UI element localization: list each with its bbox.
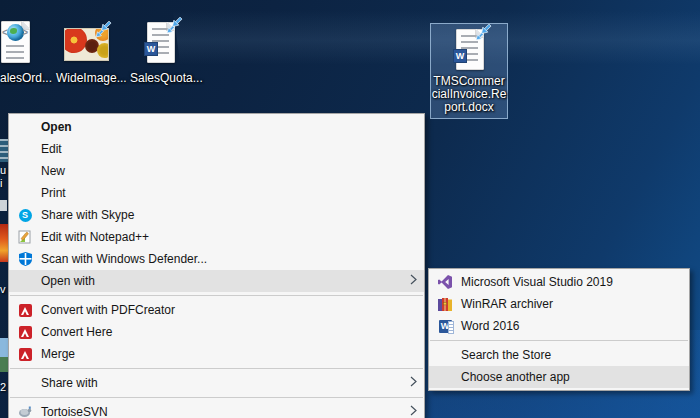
- visual-studio-icon: [438, 275, 452, 289]
- menu-item-label: Word 2016: [461, 319, 519, 333]
- desktop-icon-label: SalesQuota...: [130, 71, 203, 85]
- menu-item-edit[interactable]: Edit: [9, 138, 424, 160]
- hidden-label-fragment: v: [0, 283, 6, 295]
- menu-item-label: Share with: [41, 376, 98, 390]
- skype-letter: S: [19, 209, 32, 222]
- hidden-label-fragment: i: [0, 177, 2, 189]
- context-menu: Open Edit New Print S Share with Skype E…: [8, 113, 425, 418]
- hidden-icon-fragment: [0, 224, 8, 262]
- menu-item-label: Merge: [41, 347, 75, 361]
- menu-item-scan-with-defender[interactable]: Scan with Windows Defender...: [9, 248, 424, 270]
- menu-item-label: TortoiseSVN: [41, 405, 108, 418]
- word-logo-tile: W: [453, 49, 467, 63]
- menu-item-convert-with-pdfcreator[interactable]: Convert with PDFCreator: [9, 299, 424, 321]
- word-letter: W: [439, 320, 452, 333]
- hidden-label-fragment: 2: [0, 381, 6, 393]
- menu-item-label: Share with Skype: [41, 208, 134, 222]
- document-page-icon: < >: [1, 21, 30, 63]
- submenu-item-word-2016[interactable]: W Word 2016: [429, 315, 689, 337]
- notepad-plus-plus-icon: [18, 230, 32, 244]
- flower-red: [64, 28, 87, 53]
- hidden-icon-fragment: [0, 200, 7, 211]
- menu-separator: [430, 340, 688, 341]
- submenu-arrow-icon: [410, 376, 417, 390]
- document-text-lines: [6, 45, 24, 59]
- menu-item-label: Edit with Notepad++: [41, 230, 149, 244]
- menu-item-tortoisesvn[interactable]: TortoiseSVN: [9, 401, 424, 418]
- compressed-overlay-icon: [163, 16, 185, 38]
- windows-defender-icon: [18, 252, 32, 266]
- desktop-icon-label: alesOrd...: [0, 71, 52, 85]
- menu-item-new[interactable]: New: [9, 160, 424, 182]
- menu-item-label: Choose another app: [461, 370, 570, 384]
- menu-item-share-with[interactable]: Share with: [9, 372, 424, 394]
- menu-separator: [10, 368, 423, 369]
- compressed-overlay-icon: [92, 20, 114, 42]
- desktop-icon-label: WideImage...: [56, 71, 127, 85]
- submenu-item-search-the-store[interactable]: Search the Store: [429, 344, 689, 366]
- submenu-item-choose-another-app[interactable]: Choose another app: [429, 366, 689, 388]
- flower-yellow: [97, 43, 109, 58]
- hidden-icon-fragment: [0, 139, 8, 162]
- menu-item-edit-with-notepad[interactable]: Edit with Notepad++: [9, 226, 424, 248]
- menu-item-label: Open with: [41, 274, 95, 288]
- menu-item-convert-here[interactable]: Convert Here: [9, 321, 424, 343]
- submenu-arrow-icon: [410, 405, 417, 418]
- menu-item-open-with[interactable]: Open with: [9, 270, 424, 292]
- word-icon: W: [438, 319, 452, 333]
- submenu-item-winrar-archiver[interactable]: WinRAR archiver: [429, 293, 689, 315]
- open-with-submenu: Microsoft Visual Studio 2019 WinRAR arch…: [428, 268, 690, 391]
- skype-icon: S: [18, 208, 32, 222]
- menu-item-open[interactable]: Open: [9, 116, 424, 138]
- desktop-icon-label: TMSCommer cialInvoice.Re port.docx: [431, 75, 507, 114]
- desktop-icon-tmscommercialinvoice[interactable]: W TMSCommer cialInvoice.Re port.docx: [430, 23, 508, 119]
- menu-item-label: Convert Here: [41, 325, 112, 339]
- menu-separator: [10, 295, 423, 296]
- label-line: port.docx: [431, 101, 507, 114]
- menu-item-merge[interactable]: Merge: [9, 343, 424, 365]
- menu-item-label: Scan with Windows Defender...: [41, 252, 207, 266]
- menu-item-label: Print: [41, 186, 66, 200]
- submenu-arrow-icon: [410, 274, 417, 288]
- submenu-item-visual-studio-2019[interactable]: Microsoft Visual Studio 2019: [429, 271, 689, 293]
- compressed-overlay-icon: [472, 23, 494, 45]
- pdfcreator-icon: [18, 303, 32, 317]
- tortoisesvn-icon: [18, 405, 32, 418]
- winrar-icon: [438, 297, 452, 311]
- menu-item-label: New: [41, 164, 65, 178]
- menu-item-label: Microsoft Visual Studio 2019: [461, 275, 613, 289]
- menu-separator: [10, 397, 423, 398]
- pdfcreator-icon: [18, 325, 32, 339]
- menu-item-label: Edit: [41, 142, 62, 156]
- code-bracket-icon: >: [22, 27, 28, 38]
- pdfcreator-icon: [18, 347, 32, 361]
- menu-item-print[interactable]: Print: [9, 182, 424, 204]
- word-logo-tile: W: [144, 42, 158, 56]
- hidden-icon-fragment: [0, 338, 8, 372]
- menu-item-label: Convert with PDFCreator: [41, 303, 175, 317]
- menu-item-label: Search the Store: [461, 348, 551, 362]
- windows-desktop: { "desktop": { "icons": [ { "label": "al…: [0, 0, 700, 418]
- menu-item-label: Open: [41, 120, 72, 134]
- hidden-label-fragment: u: [0, 164, 6, 176]
- menu-item-share-with-skype[interactable]: S Share with Skype: [9, 204, 424, 226]
- menu-item-label: WinRAR archiver: [461, 297, 553, 311]
